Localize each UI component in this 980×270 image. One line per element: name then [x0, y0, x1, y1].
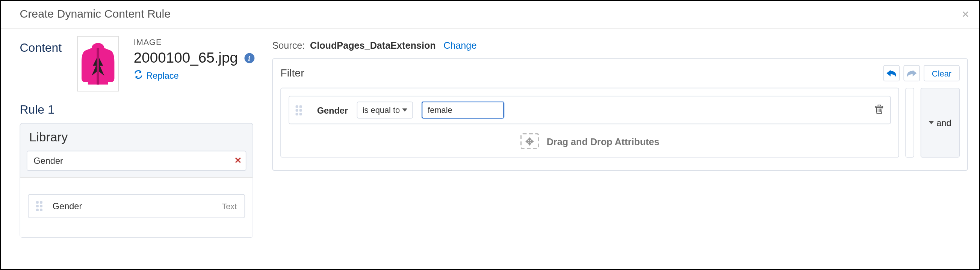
and-operator-button[interactable]: and	[921, 88, 960, 158]
content-filename: 2000100_65.jpg i	[134, 49, 255, 66]
library-attribute-item[interactable]: Gender Text	[28, 194, 245, 218]
delete-condition-button[interactable]	[874, 104, 884, 117]
replace-icon	[134, 70, 143, 81]
spacer-column	[905, 88, 914, 158]
filter-panel: Filter Clear G	[272, 58, 967, 171]
content-section: Content IMAGE 2000100_65.jpg i	[19, 36, 253, 92]
source-name: CloudPages_DataExtension	[310, 40, 436, 51]
drop-zone[interactable]: ✥ Drag and Drop Attributes	[289, 133, 891, 150]
change-source-link[interactable]: Change	[444, 40, 476, 51]
drag-handle-icon[interactable]	[296, 105, 305, 115]
redo-button[interactable]	[904, 65, 920, 81]
modal-header: Create Dynamic Content Rule ×	[1, 1, 980, 28]
content-type: IMAGE	[134, 37, 255, 46]
and-label: and	[936, 118, 951, 128]
undo-button[interactable]	[883, 65, 900, 81]
chevron-down-icon	[402, 108, 407, 111]
close-icon[interactable]: ×	[962, 7, 969, 22]
content-thumbnail[interactable]	[77, 36, 119, 92]
drag-handle-icon[interactable]	[36, 201, 45, 211]
clear-button[interactable]: Clear	[924, 65, 960, 81]
chevron-down-icon	[929, 121, 934, 124]
filter-condition-row: Gender is equal to	[289, 96, 891, 125]
rule-title: Rule 1	[19, 103, 253, 117]
svg-rect-0	[97, 48, 99, 84]
library-panel: Library × Gender Text	[19, 123, 253, 238]
filter-title: Filter	[280, 67, 304, 79]
content-label: Content	[19, 36, 62, 55]
drop-label: Drag and Drop Attributes	[547, 136, 659, 147]
info-icon[interactable]: i	[244, 53, 255, 63]
library-title: Library	[20, 124, 253, 151]
replace-link[interactable]: Replace	[134, 70, 179, 81]
modal-title: Create Dynamic Content Rule	[19, 8, 170, 21]
search-clear-icon[interactable]: ×	[234, 154, 241, 167]
drop-icon: ✥	[520, 133, 539, 150]
replace-label: Replace	[146, 71, 178, 81]
operator-label: is equal to	[363, 105, 400, 115]
library-search-input[interactable]	[27, 151, 247, 171]
attribute-type: Text	[222, 201, 237, 211]
jacket-icon	[77, 41, 118, 87]
filter-conditions: Gender is equal to ✥ Drag and Drop Attri…	[280, 88, 899, 158]
filename-text: 2000100_65.jpg	[134, 49, 238, 66]
attribute-name: Gender	[52, 201, 82, 211]
condition-value-input[interactable]	[422, 102, 504, 118]
source-row: Source: CloudPages_DataExtension Change	[272, 36, 967, 51]
condition-attribute: Gender	[317, 105, 348, 115]
source-label: Source:	[272, 40, 305, 51]
operator-select[interactable]: is equal to	[357, 102, 414, 118]
